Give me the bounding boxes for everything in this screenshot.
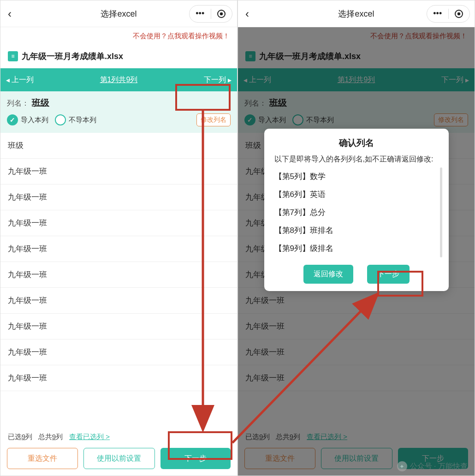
data-preview-list[interactable]: 班级 九年级一班 九年级一班 九年级一班 九年级一班 九年级一班 九年级一班 九… [0, 133, 237, 429]
list-item: 九年级一班 [0, 236, 237, 262]
dialog-list-item: 【第8列】班排名 [274, 221, 443, 239]
triangle-left-icon: ◂ [6, 76, 10, 84]
dialog-column-list[interactable]: 【第5列】数学 【第6列】英语 【第7列】总分 【第8列】班排名 【第9列】级排… [274, 167, 443, 257]
header-bar: ‹ 选择excel ••• [0, 0, 237, 27]
miniapp-capsule[interactable]: ••• [189, 5, 232, 23]
radio-skip-off-icon[interactable] [55, 114, 66, 125]
dialog-back-button[interactable]: 返回修改 [303, 265, 353, 284]
excel-file-icon: ≡ [8, 51, 18, 61]
help-banner[interactable]: 不会使用？点我观看操作视频！ [0, 27, 237, 47]
next-column-button[interactable]: 下一列 ▸ [204, 75, 232, 85]
svg-point-1 [220, 12, 223, 15]
prev-column-button[interactable]: ◂ 上一列 [6, 75, 34, 85]
page-title: 选择excel [101, 8, 137, 19]
use-prev-settings-button[interactable]: 使用以前设置 [83, 448, 154, 469]
file-row: ≡ 九年级一班月考成绩单.xlsx [0, 47, 237, 68]
column-info-panel: 列名： 班级 导入本列 不导本列 修改列名 [0, 91, 237, 133]
close-target-icon[interactable] [211, 9, 232, 18]
edit-column-name-button[interactable]: 修改列名 [196, 113, 231, 126]
wechat-icon: ✦ [397, 461, 407, 471]
dialog-buttons: 返回修改 下一步 [264, 263, 449, 284]
triangle-right-icon: ▸ [228, 76, 232, 84]
column-name-label: 列名： [7, 99, 29, 108]
svg-point-3 [457, 12, 460, 15]
list-item: 九年级一班 [0, 365, 237, 391]
radio-skip-label[interactable]: 不导本列 [69, 116, 96, 125]
watermark: ✦ 公众号 · 万能快查 [397, 461, 468, 471]
confirm-columns-dialog: 确认列名 以下是即将导入的各列列名,如不正确请返回修改: 【第5列】数学 【第6… [264, 129, 449, 291]
miniapp-capsule[interactable]: ••• [427, 5, 470, 23]
column-indicator[interactable]: 第1列共9列 [100, 75, 138, 85]
list-item: 九年级一班 [0, 262, 237, 288]
header-bar: ‹ 选择excel ••• [238, 0, 475, 27]
list-item: 九年级一班 [0, 184, 237, 210]
page-title: 选择excel [338, 8, 374, 19]
dialog-list-item: 【第9列】级排名 [274, 239, 443, 257]
more-icon[interactable]: ••• [190, 9, 211, 18]
import-radio-group: 导入本列 不导本列 [7, 114, 96, 125]
dialog-next-button[interactable]: 下一步 [367, 265, 410, 284]
back-icon[interactable]: ‹ [8, 7, 12, 20]
more-icon[interactable]: ••• [427, 9, 448, 18]
list-item: 九年级一班 [0, 159, 237, 184]
back-icon[interactable]: ‹ [245, 7, 249, 20]
next-step-button[interactable]: 下一步 [160, 448, 231, 469]
list-item: 九年级一班 [0, 314, 237, 339]
file-name: 九年级一班月考成绩单.xlsx [22, 51, 123, 62]
dialog-list-item: 【第6列】英语 [274, 185, 443, 203]
view-selected-link[interactable]: 查看已选列 > [69, 433, 110, 441]
list-item: 九年级一班 [0, 288, 237, 314]
radio-import-label[interactable]: 导入本列 [21, 116, 48, 125]
close-target-icon[interactable] [449, 9, 470, 18]
column-name-value: 班级 [32, 97, 49, 109]
dialog-subtitle: 以下是即将导入的各列列名,如不正确请返回修改: [264, 154, 449, 167]
list-item: 九年级一班 [0, 339, 237, 365]
radio-import-on-icon[interactable] [7, 114, 18, 125]
dialog-list-item: 【第7列】总分 [274, 203, 443, 221]
footer-summary: 已选9列 总共9列 查看已选列 > [0, 429, 237, 444]
list-item: 九年级一班 [0, 210, 237, 236]
footer-buttons: 重选文件 使用以前设置 下一步 [0, 444, 237, 476]
dialog-list-item: 【第5列】数学 [274, 167, 443, 185]
screen-left: ‹ 选择excel ••• 不会使用？点我观看操作视频！ ≡ 九年级一班月考成绩… [0, 0, 238, 476]
column-nav-bar: ◂ 上一列 第1列共9列 下一列 ▸ [0, 68, 237, 91]
reselect-file-button[interactable]: 重选文件 [7, 448, 78, 469]
list-item: 班级 [0, 133, 237, 159]
dialog-title: 确认列名 [264, 137, 449, 149]
screen-right: ‹ 选择excel ••• 不会使用？点我观看操作视频！ ≡ 九年级一班月考成绩… [238, 0, 475, 476]
